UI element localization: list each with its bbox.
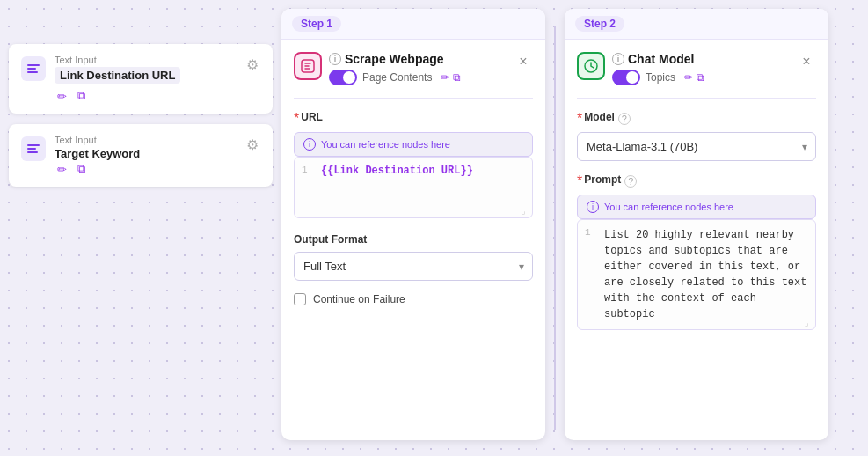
step2-edit-icon[interactable]: ✏ (684, 71, 693, 84)
input-card-actions-1: ✏ ⧉ (55, 89, 260, 103)
svg-rect-3 (27, 144, 40, 146)
copy-icon-2[interactable]: ⧉ (74, 162, 88, 176)
step1-node-info: i Scrape Webpage Page Contents ✏ ⧉ (294, 52, 461, 85)
step2-node-info-row: i Chat Model (612, 52, 704, 66)
step1-code-value: {{Link Destination URL}} (321, 165, 473, 177)
step1-body: i Scrape Webpage Page Contents ✏ ⧉ × (281, 40, 545, 440)
svg-rect-4 (27, 148, 36, 150)
step1-continue-checkbox[interactable] (294, 293, 306, 305)
step1-url-field: * URL i You can reference nodes here 1 {… (294, 111, 533, 218)
step1-info-icon: i (329, 53, 341, 65)
step2-line-num: 1 (585, 227, 595, 322)
chat-icon (577, 52, 605, 80)
input-card-type-2: Text Input (55, 135, 260, 145)
panels-divider (554, 26, 556, 430)
step2-prompt-text: List 20 highly relevant nearby topics an… (604, 227, 808, 322)
svg-rect-1 (27, 68, 36, 70)
step1-url-editor[interactable]: 1 {{Link Destination URL}} ⌟ (294, 157, 533, 218)
input-card-value-1: Link Destination URL (55, 67, 180, 84)
step2-toggle[interactable] (612, 70, 640, 85)
step2-prompt-editor[interactable]: 1 List 20 highly relevant nearby topics … (577, 219, 816, 330)
step2-resize-handle[interactable]: ⌟ (804, 318, 813, 327)
svg-rect-5 (27, 151, 38, 153)
step1-node-name: Scrape Webpage (345, 52, 444, 66)
step1-node-title-group: i Scrape Webpage Page Contents ✏ ⧉ (329, 52, 461, 85)
svg-rect-0 (27, 64, 40, 66)
step1-resize-handle[interactable]: ⌟ (521, 206, 529, 215)
gear-icon-2[interactable]: ⚙ (243, 135, 262, 154)
step2-model-label-row: * Model ? (577, 111, 816, 127)
step2-copy-icon[interactable]: ⧉ (697, 71, 704, 84)
edit-icon-1[interactable]: ✏ (55, 89, 69, 103)
step1-url-label-row: * URL (294, 111, 533, 127)
step1-badge: Step 1 (292, 16, 341, 32)
scrape-icon (294, 52, 322, 80)
input-card-content-1: Text Input Link Destination URL ✏ ⧉ (55, 55, 260, 103)
step1-edit-icons: ✏ ⧉ (441, 71, 461, 84)
step2-subtitle-row: Topics ✏ ⧉ (612, 70, 704, 85)
step2-body: i Chat Model Topics ✏ ⧉ × (565, 40, 828, 440)
step2-header: Step 2 (565, 9, 828, 40)
text-input-icon-2 (21, 136, 46, 161)
input-card-value-2: Target Keyword (55, 147, 260, 160)
svg-rect-2 (27, 71, 38, 73)
step1-panel: Step 1 i Scrape Webpage (281, 9, 545, 440)
step2-node-title-group: i Chat Model Topics ✏ ⧉ (612, 52, 704, 85)
step2-node-header: i Chat Model Topics ✏ ⧉ × (577, 52, 816, 85)
input-card-content-2: Text Input Target Keyword ✏ ⧉ (55, 135, 260, 176)
step1-output-format-label: Output Format (294, 233, 367, 246)
step1-copy-icon[interactable]: ⧉ (453, 71, 461, 84)
step1-header: Step 1 (281, 9, 545, 40)
step2-info-icon: i (612, 53, 624, 65)
step2-prompt-help-icon: ? (624, 175, 637, 188)
step2-model-select-wrapper: Meta-Llama-3.1 (70B) GPT-4 Claude 3 ▾ (577, 132, 816, 161)
step2-model-help-icon: ? (618, 113, 631, 125)
step2-subtitle: Topics (646, 71, 675, 84)
step1-output-format-label-row: Output Format (294, 231, 533, 246)
step2-close-button[interactable]: × (797, 52, 816, 71)
step1-output-format-field: Output Format Full Text HTML Markdown ▾ (294, 231, 533, 281)
text-input-icon-1 (21, 56, 46, 81)
step1-url-hint: i You can reference nodes here (294, 132, 533, 157)
step2-edit-icons: ✏ ⧉ (684, 71, 704, 84)
input-card-1: Text Input Link Destination URL ✏ ⧉ ⚙ (9, 44, 273, 114)
step2-model-select[interactable]: Meta-Llama-3.1 (70B) GPT-4 Claude 3 (577, 132, 816, 161)
step1-edit-icon[interactable]: ✏ (441, 71, 449, 84)
step1-close-button[interactable]: × (514, 52, 533, 71)
step2-hint-text: You can reference nodes here (604, 202, 733, 212)
step2-badge: Step 2 (575, 16, 624, 32)
step2-model-label: Model (584, 111, 615, 123)
step1-code-line: 1 {{Link Destination URL}} (302, 165, 525, 177)
step1-continue-on-failure-row: Continue on Failure (294, 293, 533, 305)
step2-prompt-field: * Prompt ? i You can reference nodes her… (577, 173, 816, 330)
step1-node-header: i Scrape Webpage Page Contents ✏ ⧉ × (294, 52, 533, 85)
step1-divider (294, 98, 533, 99)
input-card-2: Text Input Target Keyword ✏ ⧉ ⚙ (9, 124, 273, 187)
step1-hint-text: You can reference nodes here (321, 139, 450, 150)
step1-line-num: 1 (302, 165, 312, 177)
step1-continue-label: Continue on Failure (313, 293, 405, 305)
step2-node-info: i Chat Model Topics ✏ ⧉ (577, 52, 704, 85)
step2-panel: Step 2 i Chat Model (565, 9, 828, 440)
step1-toggle[interactable] (329, 70, 357, 85)
step1-subtitle-row: Page Contents ✏ ⧉ (329, 70, 461, 85)
step2-prompt-label-row: * Prompt ? (577, 173, 816, 189)
step1-url-label: URL (301, 111, 323, 123)
step2-prompt-line: 1 List 20 highly relevant nearby topics … (585, 227, 808, 322)
gear-icon-1[interactable]: ⚙ (243, 55, 262, 74)
step2-prompt-hint: i You can reference nodes here (577, 195, 816, 219)
step1-subtitle: Page Contents (362, 71, 432, 84)
left-panel: Text Input Link Destination URL ✏ ⧉ ⚙ Te… (9, 9, 273, 187)
step1-node-info-row: i Scrape Webpage (329, 52, 461, 66)
input-card-actions-2: ✏ ⧉ (55, 162, 260, 176)
step1-output-format-select[interactable]: Full Text HTML Markdown (294, 252, 533, 281)
step2-hint-icon: i (587, 201, 599, 213)
input-card-type-1: Text Input (55, 55, 260, 65)
step1-hint-icon: i (303, 138, 316, 151)
step2-prompt-label: Prompt (584, 173, 621, 186)
step2-node-name: Chat Model (628, 52, 694, 66)
step1-output-format-select-wrapper: Full Text HTML Markdown ▾ (294, 252, 533, 281)
copy-icon-1[interactable]: ⧉ (74, 89, 88, 103)
edit-icon-2[interactable]: ✏ (55, 162, 69, 176)
step2-model-field: * Model ? Meta-Llama-3.1 (70B) GPT-4 Cla… (577, 111, 816, 161)
